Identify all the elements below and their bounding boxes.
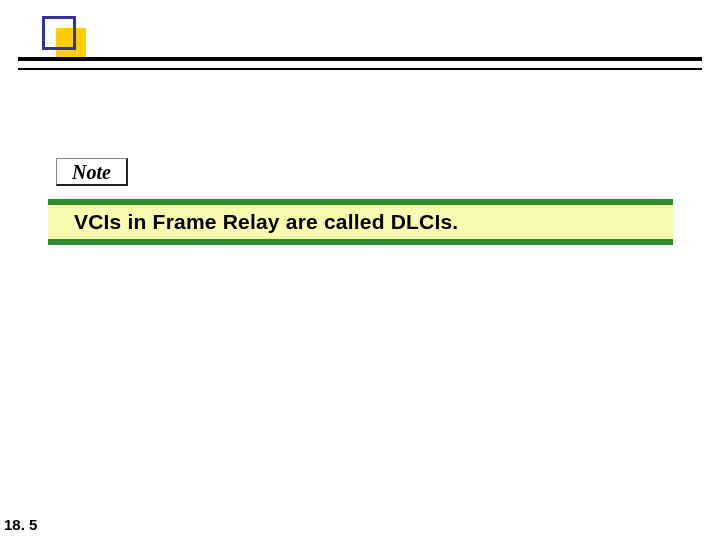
horizontal-rule-thick — [18, 57, 702, 61]
banner-body: VCIs in Frame Relay are called DLCIs. — [48, 205, 673, 239]
note-box: Note — [56, 158, 128, 186]
highlight-banner: VCIs in Frame Relay are called DLCIs. — [48, 199, 673, 245]
banner-text: VCIs in Frame Relay are called DLCIs. — [74, 210, 458, 234]
horizontal-rule-thin — [18, 68, 702, 70]
header-decoration — [42, 16, 86, 60]
slide: Note VCIs in Frame Relay are called DLCI… — [0, 0, 720, 540]
page-number: 18. 5 — [4, 516, 37, 533]
note-label: Note — [72, 162, 111, 182]
blue-square-outline-icon — [42, 16, 76, 50]
banner-bottom-bar — [48, 239, 673, 245]
